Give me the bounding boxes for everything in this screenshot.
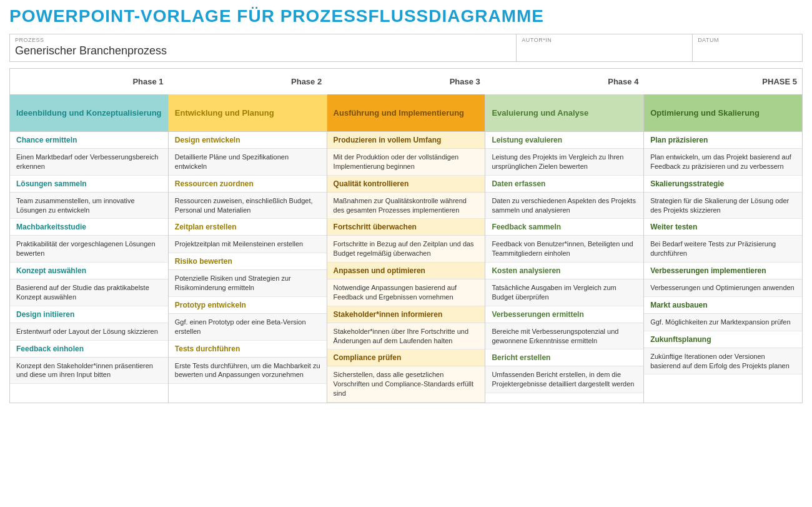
cell-pair-4-4: Kosten analysierenTatsächliche Ausgaben … bbox=[485, 263, 643, 306]
cell-desc-2-2: Ressourcen zuweisen, einschließlich Budg… bbox=[169, 193, 327, 219]
cell-pair-5-6: ZukunftsplanungZukünftige Iterationen od… bbox=[644, 331, 802, 375]
column-5: Optimierung und SkalierungPlan präzisier… bbox=[644, 94, 802, 403]
cell-title-5-4: Verbesserungen implementieren bbox=[644, 263, 802, 279]
cell-pair-2-2: Ressourcen zuordnenRessourcen zuweisen, … bbox=[169, 176, 327, 219]
column-1: Ideenbildung und KonzeptualisierungChanc… bbox=[10, 94, 169, 403]
meta-process-value: Generischer Branchenprozess bbox=[15, 43, 511, 59]
cell-pair-1-4: Konzept auswählenBasierend auf der Studi… bbox=[10, 263, 168, 306]
cell-pair-5-4: Verbesserungen implementierenVerbesserun… bbox=[644, 263, 802, 297]
phase-col-4: Phase 4 bbox=[485, 69, 644, 94]
phase-label-4: Phase 4 bbox=[608, 77, 638, 86]
cell-pair-3-4: Anpassen und optimierenNotwendige Anpass… bbox=[327, 263, 485, 306]
cell-pair-3-1: Produzieren in vollem UmfangMit der Prod… bbox=[327, 132, 485, 176]
cell-pair-5-2: SkalierungsstrategieStrategien für die S… bbox=[644, 176, 802, 219]
cell-title-3-1: Produzieren in vollem Umfang bbox=[327, 132, 485, 149]
meta-process: PROZESS Generischer Branchenprozess bbox=[10, 34, 517, 61]
meta-author: AUTOR*IN bbox=[517, 34, 693, 61]
cell-desc-5-3: Bei Bedarf weitere Tests zur Präzisierun… bbox=[644, 236, 802, 263]
meta-date: DATUM bbox=[693, 34, 802, 61]
cell-pair-2-6: Tests durchführenErste Tests durchführen… bbox=[169, 341, 327, 384]
col-header-1: Ideenbildung und Konzeptualisierung bbox=[10, 94, 168, 132]
cell-title-5-1: Plan präzisieren bbox=[644, 132, 802, 149]
cell-pair-2-3: Zeitplan erstellenProjektzeitplan mit Me… bbox=[169, 219, 327, 253]
cell-title-1-3: Machbarkeitsstudie bbox=[10, 219, 168, 236]
cell-title-2-6: Tests durchführen bbox=[169, 341, 327, 358]
col-header-4: Evaluierung und Analyse bbox=[485, 94, 643, 132]
phase-label-2: Phase 2 bbox=[291, 77, 322, 86]
cell-pair-5-5: Markt ausbauenGgf. Möglichkeiten zur Mar… bbox=[644, 297, 802, 331]
cell-desc-2-3: Projektzeitplan mit Meilensteinen erstel… bbox=[169, 236, 327, 253]
cell-desc-3-6: Sicherstellen, dass alle gesetzlichen Vo… bbox=[327, 366, 485, 403]
cell-desc-5-4: Verbesserungen und Optimierungen anwende… bbox=[644, 279, 802, 297]
phase-label-5: PHASE 5 bbox=[762, 77, 797, 86]
cell-title-5-5: Markt ausbauen bbox=[644, 297, 802, 314]
cell-title-2-2: Ressourcen zuordnen bbox=[169, 176, 327, 193]
column-2: Entwicklung und PlanungDesign entwickeln… bbox=[169, 94, 327, 403]
cell-title-1-2: Lösungen sammeln bbox=[10, 176, 168, 193]
cell-desc-2-1: Detaillierte Pläne und Spezifikationen e… bbox=[169, 149, 327, 176]
cell-pair-4-1: Leistung evaluierenLeistung des Projekts… bbox=[485, 132, 643, 176]
cell-title-4-4: Kosten analysieren bbox=[485, 263, 643, 279]
cell-pair-4-2: Daten erfassenDaten zu verschiedenen Asp… bbox=[485, 176, 643, 219]
cell-desc-4-4: Tatsächliche Ausgaben im Vergleich zum B… bbox=[485, 279, 643, 306]
cell-desc-1-1: Einen Marktbedarf oder Verbesserungsbere… bbox=[10, 149, 168, 176]
cell-title-4-3: Feedback sammeln bbox=[485, 219, 643, 236]
cell-title-1-5: Design initiieren bbox=[10, 306, 168, 323]
cell-pair-5-1: Plan präzisierenPlan entwickeln, um das … bbox=[644, 132, 802, 176]
cell-pair-4-6: Bericht erstellenUmfassenden Bericht ers… bbox=[485, 349, 643, 393]
cell-pair-3-3: Fortschritt überwachenFortschritte in Be… bbox=[327, 219, 485, 263]
cell-title-3-4: Anpassen und optimieren bbox=[327, 263, 485, 279]
cell-desc-5-6: Zukünftige Iterationen oder Versionen ba… bbox=[644, 348, 802, 375]
cell-pair-4-5: Verbesserungen ermittelnBereiche mit Ver… bbox=[485, 306, 643, 350]
meta-date-label: DATUM bbox=[698, 37, 797, 43]
cell-title-4-1: Leistung evaluieren bbox=[485, 132, 643, 149]
cell-title-5-6: Zukunftsplanung bbox=[644, 331, 802, 348]
meta-author-label: AUTOR*IN bbox=[522, 37, 687, 43]
cell-desc-1-2: Team zusammenstellen, um innovative Lösu… bbox=[10, 193, 168, 219]
cell-title-3-2: Qualität kontrollieren bbox=[327, 176, 485, 193]
col-header-2: Entwicklung und Planung bbox=[169, 94, 327, 132]
phase-headers: Phase 1Phase 2Phase 3Phase 4PHASE 5 bbox=[9, 68, 803, 94]
phase-col-3: Phase 3 bbox=[327, 69, 485, 94]
cell-desc-4-6: Umfassenden Bericht erstellen, in dem di… bbox=[485, 366, 643, 393]
cell-title-2-4: Risiko bewerten bbox=[169, 253, 327, 270]
phase-col-2: Phase 2 bbox=[169, 69, 327, 94]
cell-title-5-2: Skalierungsstrategie bbox=[644, 176, 802, 193]
cell-pair-3-5: Stakeholder*innen informierenStakeholder… bbox=[327, 306, 485, 350]
cell-title-1-4: Konzept auswählen bbox=[10, 263, 168, 279]
phase-col-1: Phase 1 bbox=[10, 69, 169, 94]
phase-col-5: PHASE 5 bbox=[643, 69, 802, 94]
cell-desc-2-4: Potenzielle Risiken und Strategien zur R… bbox=[169, 270, 327, 297]
cell-title-2-1: Design entwickeln bbox=[169, 132, 327, 149]
cell-desc-1-5: Erstentwurf oder Layout der Lösung skizz… bbox=[10, 323, 168, 341]
cell-desc-3-1: Mit der Produktion oder der vollständige… bbox=[327, 149, 485, 176]
meta-row: PROZESS Generischer Branchenprozess AUTO… bbox=[9, 34, 803, 62]
cell-title-3-3: Fortschritt überwachen bbox=[327, 219, 485, 236]
meta-date-value bbox=[698, 43, 797, 59]
cell-title-4-2: Daten erfassen bbox=[485, 176, 643, 193]
cell-pair-1-1: Chance ermittelnEinen Marktbedarf oder V… bbox=[10, 132, 168, 176]
cell-pair-1-5: Design initiierenErstentwurf oder Layout… bbox=[10, 306, 168, 341]
cell-pair-3-2: Qualität kontrollierenMaßnahmen zur Qual… bbox=[327, 176, 485, 219]
phase-label-1: Phase 1 bbox=[132, 77, 163, 86]
cell-title-1-6: Feedback einholen bbox=[10, 341, 168, 358]
cell-title-3-5: Stakeholder*innen informieren bbox=[327, 306, 485, 323]
cell-title-1-1: Chance ermitteln bbox=[10, 132, 168, 149]
cell-pair-1-6: Feedback einholenKonzept den Stakeholder… bbox=[10, 341, 168, 384]
cell-pair-3-6: Compliance prüfenSicherstellen, dass all… bbox=[327, 349, 485, 403]
cell-pair-1-2: Lösungen sammelnTeam zusammenstellen, um… bbox=[10, 176, 168, 219]
cell-title-4-5: Verbesserungen ermitteln bbox=[485, 306, 643, 323]
main-grid: Ideenbildung und KonzeptualisierungChanc… bbox=[9, 94, 803, 403]
cell-desc-3-5: Stakeholder*innen über Ihre Fortschritte… bbox=[327, 323, 485, 350]
cell-desc-4-5: Bereiche mit Verbesserungspotenzial und … bbox=[485, 323, 643, 350]
meta-process-label: PROZESS bbox=[15, 37, 511, 43]
col-header-5: Optimierung und Skalierung bbox=[644, 94, 802, 132]
cell-desc-5-2: Strategien für die Skalierung der Lösung… bbox=[644, 193, 802, 219]
col-header-3: Ausführung und Implementierung bbox=[327, 94, 485, 132]
cell-title-2-5: Prototyp entwickeln bbox=[169, 297, 327, 314]
meta-author-value bbox=[522, 43, 687, 59]
cell-desc-5-5: Ggf. Möglichkeiten zur Marktexpansion pr… bbox=[644, 314, 802, 331]
cell-title-5-3: Weiter testen bbox=[644, 219, 802, 236]
cell-pair-5-3: Weiter testenBei Bedarf weitere Tests zu… bbox=[644, 219, 802, 263]
cell-title-2-3: Zeitplan erstellen bbox=[169, 219, 327, 236]
